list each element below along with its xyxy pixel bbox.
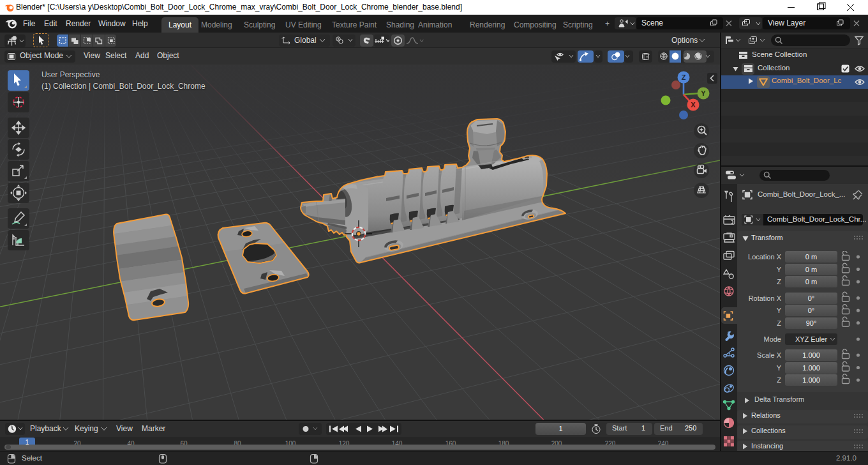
svg-text:X: X [691,101,696,109]
svg-text:Y: Y [701,89,706,97]
svg-text:Z: Z [682,73,686,81]
